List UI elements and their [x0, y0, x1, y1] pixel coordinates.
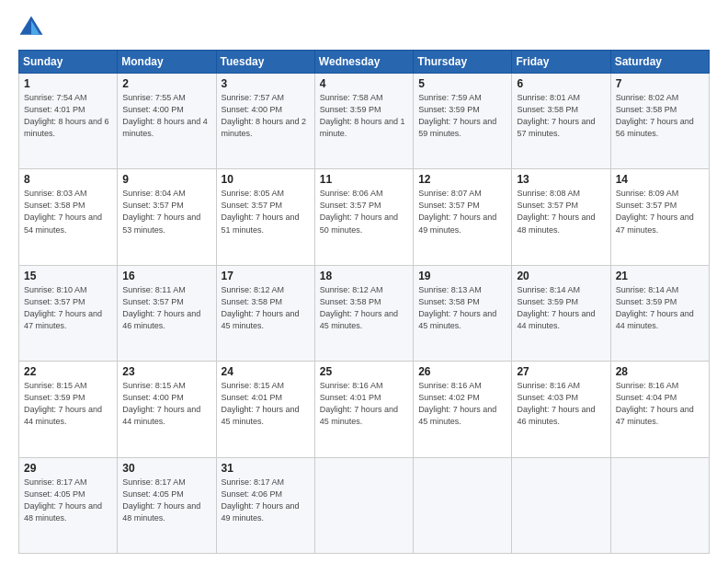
logo-icon [18, 15, 44, 40]
day-info: Sunrise: 8:13 AMSunset: 3:58 PMDaylight:… [418, 284, 506, 332]
day-info: Sunrise: 8:11 AMSunset: 3:57 PMDaylight:… [122, 284, 210, 332]
day-info: Sunrise: 8:14 AMSunset: 3:59 PMDaylight:… [517, 284, 605, 332]
calendar-cell: 13Sunrise: 8:08 AMSunset: 3:57 PMDayligh… [512, 169, 610, 265]
day-info: Sunrise: 8:12 AMSunset: 3:58 PMDaylight:… [320, 284, 408, 332]
day-info: Sunrise: 8:05 AMSunset: 3:57 PMDaylight:… [222, 188, 310, 236]
day-info: Sunrise: 8:02 AMSunset: 3:58 PMDaylight:… [616, 92, 704, 140]
day-info: Sunrise: 8:10 AMSunset: 3:57 PMDaylight:… [24, 284, 112, 332]
day-number: 4 [320, 77, 408, 90]
calendar-cell: 16Sunrise: 8:11 AMSunset: 3:57 PMDayligh… [118, 265, 216, 361]
calendar-cell: 22Sunrise: 8:15 AMSunset: 3:59 PMDayligh… [19, 362, 118, 457]
day-number: 25 [320, 365, 408, 378]
day-info: Sunrise: 8:17 AMSunset: 4:05 PMDaylight:… [122, 477, 210, 524]
calendar-cell: 7Sunrise: 8:02 AMSunset: 3:58 PMDaylight… [610, 74, 709, 169]
day-number: 5 [418, 77, 506, 90]
day-info: Sunrise: 8:08 AMSunset: 3:57 PMDaylight:… [517, 188, 605, 236]
calendar-cell: 20Sunrise: 8:14 AMSunset: 3:59 PMDayligh… [512, 265, 610, 361]
day-info: Sunrise: 7:55 AMSunset: 4:00 PMDaylight:… [122, 92, 210, 140]
calendar-cell: 6Sunrise: 8:01 AMSunset: 3:58 PMDaylight… [512, 74, 610, 169]
calendar-cell: 28Sunrise: 8:16 AMSunset: 4:04 PMDayligh… [610, 362, 709, 457]
day-info: Sunrise: 8:15 AMSunset: 3:59 PMDaylight:… [24, 380, 112, 428]
day-info: Sunrise: 8:17 AMSunset: 4:05 PMDaylight:… [24, 477, 112, 524]
day-info: Sunrise: 7:58 AMSunset: 3:59 PMDaylight:… [320, 92, 408, 140]
calendar-cell: 4Sunrise: 7:58 AMSunset: 3:59 PMDaylight… [314, 74, 413, 169]
weekday-header: Monday [118, 51, 216, 74]
day-number: 3 [222, 77, 310, 90]
day-info: Sunrise: 8:16 AMSunset: 4:03 PMDaylight:… [517, 380, 605, 428]
calendar-cell [314, 457, 413, 553]
day-number: 18 [320, 270, 408, 282]
day-number: 28 [616, 365, 704, 378]
weekday-header: Wednesday [314, 51, 413, 74]
calendar-cell: 26Sunrise: 8:16 AMSunset: 4:02 PMDayligh… [414, 362, 512, 457]
day-info: Sunrise: 8:12 AMSunset: 3:58 PMDaylight:… [222, 284, 310, 332]
calendar-cell: 17Sunrise: 8:12 AMSunset: 3:58 PMDayligh… [216, 265, 314, 361]
day-number: 31 [222, 462, 310, 475]
day-number: 14 [616, 173, 704, 186]
calendar-cell: 30Sunrise: 8:17 AMSunset: 4:05 PMDayligh… [118, 457, 216, 553]
header [18, 15, 710, 40]
day-number: 2 [122, 77, 210, 90]
calendar-cell: 21Sunrise: 8:14 AMSunset: 3:59 PMDayligh… [610, 265, 709, 361]
logo [18, 15, 48, 40]
calendar-cell [512, 457, 610, 553]
calendar-cell [414, 457, 512, 553]
day-info: Sunrise: 8:06 AMSunset: 3:57 PMDaylight:… [320, 188, 408, 236]
calendar-cell: 9Sunrise: 8:04 AMSunset: 3:57 PMDaylight… [118, 169, 216, 265]
calendar-cell: 10Sunrise: 8:05 AMSunset: 3:57 PMDayligh… [216, 169, 314, 265]
calendar-cell: 23Sunrise: 8:15 AMSunset: 4:00 PMDayligh… [118, 362, 216, 457]
day-info: Sunrise: 8:03 AMSunset: 3:58 PMDaylight:… [24, 188, 112, 236]
day-number: 22 [24, 365, 112, 378]
calendar-cell: 24Sunrise: 8:15 AMSunset: 4:01 PMDayligh… [216, 362, 314, 457]
day-number: 13 [517, 173, 605, 186]
calendar-table: SundayMondayTuesdayWednesdayThursdayFrid… [18, 50, 710, 554]
day-number: 19 [418, 270, 506, 282]
day-number: 15 [24, 270, 112, 282]
day-info: Sunrise: 8:07 AMSunset: 3:57 PMDaylight:… [418, 188, 506, 236]
day-info: Sunrise: 8:16 AMSunset: 4:04 PMDaylight:… [616, 380, 704, 428]
day-number: 1 [24, 77, 112, 90]
calendar-cell: 18Sunrise: 8:12 AMSunset: 3:58 PMDayligh… [314, 265, 413, 361]
weekday-header: Tuesday [216, 51, 314, 74]
page: SundayMondayTuesdayWednesdayThursdayFrid… [0, 0, 728, 563]
day-info: Sunrise: 8:17 AMSunset: 4:06 PMDaylight:… [222, 477, 310, 524]
calendar-cell: 11Sunrise: 8:06 AMSunset: 3:57 PMDayligh… [314, 169, 413, 265]
day-info: Sunrise: 8:04 AMSunset: 3:57 PMDaylight:… [122, 188, 210, 236]
calendar-cell: 15Sunrise: 8:10 AMSunset: 3:57 PMDayligh… [19, 265, 118, 361]
day-info: Sunrise: 8:16 AMSunset: 4:02 PMDaylight:… [418, 380, 506, 428]
calendar-cell: 3Sunrise: 7:57 AMSunset: 4:00 PMDaylight… [216, 74, 314, 169]
day-info: Sunrise: 8:09 AMSunset: 3:57 PMDaylight:… [616, 188, 704, 236]
day-number: 11 [320, 173, 408, 186]
calendar-cell: 12Sunrise: 8:07 AMSunset: 3:57 PMDayligh… [414, 169, 512, 265]
calendar-cell: 29Sunrise: 8:17 AMSunset: 4:05 PMDayligh… [19, 457, 118, 553]
day-number: 29 [24, 462, 112, 475]
day-info: Sunrise: 7:57 AMSunset: 4:00 PMDaylight:… [222, 92, 310, 140]
day-info: Sunrise: 8:15 AMSunset: 4:00 PMDaylight:… [122, 380, 210, 428]
calendar-cell: 1Sunrise: 7:54 AMSunset: 4:01 PMDaylight… [19, 74, 118, 169]
day-info: Sunrise: 7:54 AMSunset: 4:01 PMDaylight:… [24, 92, 112, 140]
day-number: 6 [517, 77, 605, 90]
weekday-header: Friday [512, 51, 610, 74]
day-info: Sunrise: 7:59 AMSunset: 3:59 PMDaylight:… [418, 92, 506, 140]
calendar-cell: 5Sunrise: 7:59 AMSunset: 3:59 PMDaylight… [414, 74, 512, 169]
day-number: 17 [222, 270, 310, 282]
calendar-cell: 19Sunrise: 8:13 AMSunset: 3:58 PMDayligh… [414, 265, 512, 361]
calendar-cell: 27Sunrise: 8:16 AMSunset: 4:03 PMDayligh… [512, 362, 610, 457]
day-number: 24 [222, 365, 310, 378]
day-number: 9 [122, 173, 210, 186]
day-info: Sunrise: 8:01 AMSunset: 3:58 PMDaylight:… [517, 92, 605, 140]
calendar-cell [610, 457, 709, 553]
weekday-header: Thursday [414, 51, 512, 74]
day-number: 26 [418, 365, 506, 378]
day-number: 30 [122, 462, 210, 475]
calendar-cell: 31Sunrise: 8:17 AMSunset: 4:06 PMDayligh… [216, 457, 314, 553]
calendar-cell: 2Sunrise: 7:55 AMSunset: 4:00 PMDaylight… [118, 74, 216, 169]
day-number: 27 [517, 365, 605, 378]
day-info: Sunrise: 8:15 AMSunset: 4:01 PMDaylight:… [222, 380, 310, 428]
calendar-cell: 25Sunrise: 8:16 AMSunset: 4:01 PMDayligh… [314, 362, 413, 457]
day-number: 16 [122, 270, 210, 282]
day-number: 12 [418, 173, 506, 186]
day-number: 23 [122, 365, 210, 378]
day-number: 10 [222, 173, 310, 186]
weekday-header: Sunday [19, 51, 118, 74]
